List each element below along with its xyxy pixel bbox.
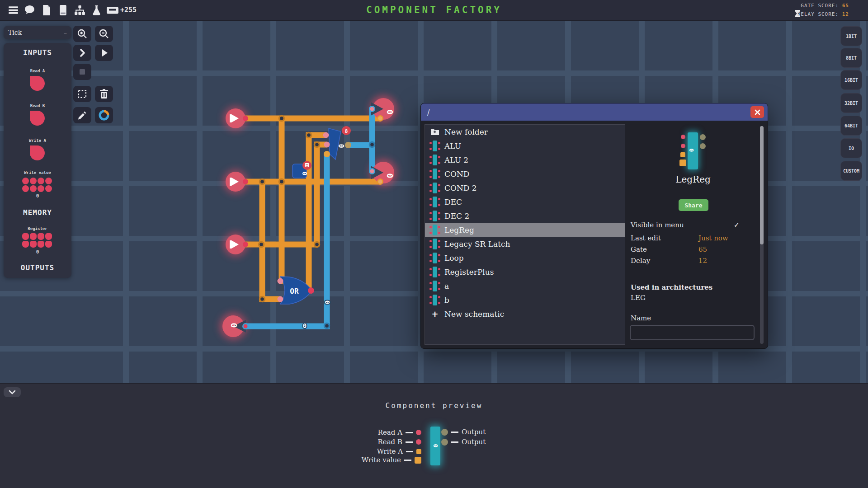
- bit-button-custom[interactable]: CUSTOM: [840, 161, 862, 181]
- tick-minus-button[interactable]: –: [64, 29, 67, 36]
- list-item[interactable]: DEC: [425, 195, 625, 209]
- preview-port-read-b: Read B: [377, 438, 421, 446]
- last-edit-label: Last edit: [631, 234, 661, 242]
- thumb-pin: [700, 143, 706, 149]
- port-pin: [441, 429, 448, 436]
- list-item[interactable]: Loop: [425, 251, 625, 265]
- list-item[interactable]: ALU: [425, 139, 625, 153]
- bit-button-16bit[interactable]: 16BIT: [840, 70, 862, 90]
- close-button[interactable]: [750, 106, 764, 118]
- schematic-detail-panel: 0 LegReg Share Visible in menu ✓ Last ed…: [630, 124, 765, 347]
- list-item[interactable]: Legacy SR Latch: [425, 237, 625, 251]
- page-title: COMPONENT FACTORY: [0, 5, 868, 15]
- close-icon: [755, 109, 760, 115]
- share-button[interactable]: Share: [679, 199, 708, 211]
- list-item-selected[interactable]: LegReg: [425, 223, 625, 237]
- thumb-pin: [679, 160, 686, 166]
- scrollbar-thumb[interactable]: [760, 126, 764, 244]
- bit-button-32bit[interactable]: 32BIT: [840, 93, 862, 113]
- zoom-in-button[interactable]: [73, 26, 91, 42]
- delay-label: Delay: [631, 257, 650, 265]
- app-window: 0 0 8 OR: [0, 0, 868, 488]
- list-item-new-schematic[interactable]: + New schematic: [425, 307, 625, 321]
- play-button[interactable]: [95, 45, 113, 61]
- register-label: Register: [4, 226, 71, 231]
- gate-score: GATE SCORE: 65: [801, 3, 849, 9]
- list-item[interactable]: b: [425, 293, 625, 307]
- outputs-header: OUTPUTS: [4, 263, 71, 272]
- list-item[interactable]: RegisterPlus: [425, 265, 625, 279]
- delete-button[interactable]: [95, 86, 113, 102]
- bit-button-8bit[interactable]: 8BIT: [840, 48, 862, 68]
- bit-button-io[interactable]: IO: [840, 138, 862, 158]
- name-input[interactable]: [630, 325, 755, 340]
- stop-button[interactable]: [73, 64, 91, 80]
- thumb-pin: [680, 152, 685, 157]
- inputs-header: INPUTS: [4, 48, 71, 57]
- component-icon: [429, 252, 440, 264]
- component-icon: [429, 140, 440, 152]
- tick-label: Tick: [8, 29, 22, 36]
- component-icon: [429, 280, 440, 292]
- component-icon: [429, 182, 440, 194]
- gate-value: 65: [698, 245, 707, 253]
- write-value-component[interactable]: [22, 178, 52, 192]
- read-a-label: Read A: [4, 69, 71, 73]
- preview-port-output-2: Output: [441, 438, 486, 446]
- write-a-label: Write A: [4, 138, 71, 143]
- used-in-value: LEG: [631, 294, 646, 302]
- top-bar: +255 COMPONENT FACTORY GATE SCORE: 65 DE…: [0, 0, 868, 20]
- name-label: Name: [631, 314, 651, 322]
- list-item[interactable]: COND 2: [425, 181, 625, 195]
- bit-button-1bit[interactable]: 1BIT: [840, 26, 862, 46]
- component-palette: INPUTS Read A Read B Write A Write value…: [4, 43, 71, 278]
- list-item[interactable]: DEC 2: [425, 209, 625, 223]
- preview-port-output-1: Output: [441, 428, 486, 436]
- component-icon: [429, 224, 440, 236]
- register-component[interactable]: [22, 233, 52, 248]
- bit-button-64bit[interactable]: 64BIT: [840, 116, 862, 136]
- component-icon: [429, 154, 440, 166]
- write-value-value: 0: [4, 193, 71, 199]
- select-button[interactable]: [73, 86, 91, 102]
- read-b-label: Read B: [4, 103, 71, 108]
- preview-port-read-a: Read A: [378, 428, 421, 436]
- detail-scrollbar[interactable]: [760, 126, 764, 344]
- component-icon: [429, 210, 440, 222]
- port-pin: [441, 439, 448, 446]
- port-pin: [416, 449, 421, 454]
- color-wheel-button[interactable]: [95, 107, 113, 123]
- new-folder-icon: [429, 126, 440, 138]
- used-in-label: Used in architectures: [631, 283, 712, 291]
- component-name: LegReg: [630, 174, 756, 185]
- plus-icon: +: [429, 309, 440, 319]
- component-icon: [429, 168, 440, 180]
- preview-port-write-a: Write A: [377, 447, 421, 455]
- list-item[interactable]: ALU 2: [425, 153, 625, 167]
- collapse-button[interactable]: [4, 387, 21, 397]
- port-pin: [416, 430, 421, 435]
- gate-label: Gate: [631, 245, 647, 253]
- component-icon: [429, 196, 440, 208]
- visible-checkbox[interactable]: ✓: [734, 221, 740, 229]
- edit-button[interactable]: [73, 107, 91, 123]
- step-button[interactable]: [73, 45, 91, 61]
- schematics-dialog: / New folder ALU ALU 2 COND CON: [420, 103, 768, 349]
- tick-selector[interactable]: Tick –: [4, 26, 71, 39]
- preview-title: Component preview: [0, 401, 868, 410]
- zoom-out-button[interactable]: [95, 26, 113, 42]
- memory-header: MEMORY: [4, 208, 71, 217]
- preview-panel: Component preview Read A Read B Write A …: [0, 384, 868, 488]
- last-edit-value: Just now: [698, 234, 728, 242]
- delay-score: DELAY SCORE: 12: [797, 11, 849, 17]
- read-b-component[interactable]: [30, 111, 45, 126]
- component-icon: [429, 294, 440, 306]
- read-a-component[interactable]: [30, 76, 45, 91]
- list-item-new-folder[interactable]: New folder: [425, 125, 625, 139]
- write-a-component[interactable]: [30, 145, 45, 160]
- list-item[interactable]: COND: [425, 167, 625, 181]
- list-item[interactable]: a: [425, 279, 625, 293]
- delay-value: 12: [698, 257, 707, 265]
- dialog-path-bar[interactable]: /: [421, 103, 768, 121]
- thumb-pin: [700, 134, 706, 140]
